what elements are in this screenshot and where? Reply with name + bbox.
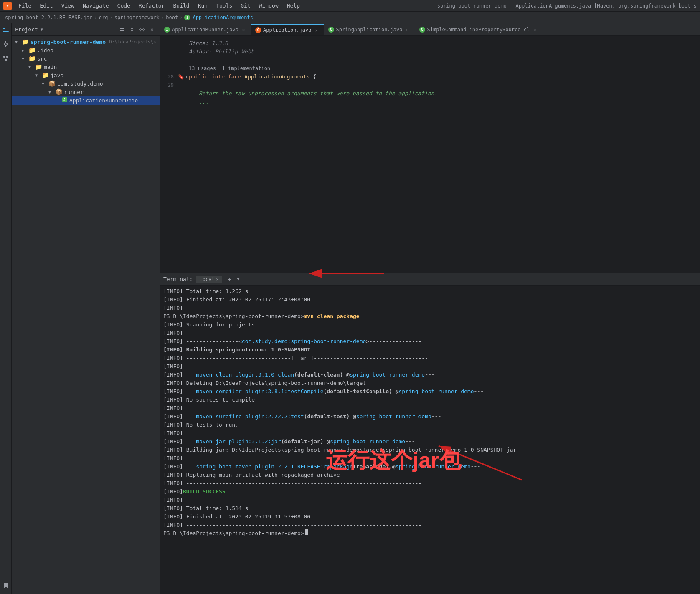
tab-icon-applicationrunner: I	[164, 27, 170, 33]
tree-java[interactable]: ▼ 📁 java	[12, 71, 160, 79]
tab-label-applicationrunner: ApplicationRunner.java	[172, 27, 238, 33]
code-line-since: Since: 1.3.0	[160, 39, 700, 48]
terminal-line: [INFO] No tests to run.	[163, 421, 697, 429]
interface-icon: I	[184, 15, 190, 20]
tab-applicationrunner[interactable]: I ApplicationRunner.java ✕	[160, 24, 251, 35]
tab-icon-springapplication: C	[328, 27, 334, 33]
svg-rect-6	[3, 56, 5, 58]
code-line-comment: Return the raw unprocessed arguments tha…	[160, 89, 700, 98]
svg-rect-0	[3, 28, 5, 29]
terminal-line: [INFO] ---------------------------------…	[163, 521, 697, 529]
svg-point-3	[5, 43, 7, 45]
breadcrumb-jar[interactable]: spring-boot-2.2.1.RELEASE.jar	[5, 15, 93, 20]
breadcrumb-org[interactable]: org	[99, 15, 108, 20]
project-collapse-btn[interactable]	[118, 25, 126, 34]
terminal-prompt: PS D:\IdeaProjects\spring-boot-runner-de…	[163, 529, 697, 538]
tab-springapplication[interactable]: C SpringApplication.java ✕	[324, 24, 415, 35]
tree-file-applicationrunnerdemo[interactable]: J ApplicationRunnerDemo	[12, 96, 160, 105]
svg-rect-7	[6, 56, 8, 58]
tree-package[interactable]: ▼ 📦 com.study.demo	[12, 79, 160, 88]
menu-build[interactable]: Build	[170, 2, 193, 10]
tree-src[interactable]: ▼ 📁 src	[12, 54, 160, 63]
terminal-line: [INFO] ---------------------------------…	[163, 479, 697, 488]
terminal-line: [INFO] Finished at: 2023-02-25T19:31:57+…	[163, 513, 697, 521]
terminal-line-build-success: [INFO] BUILD SUCCESS	[163, 488, 697, 496]
menu-view[interactable]: View	[58, 2, 78, 10]
breadcrumb-boot[interactable]: boot	[166, 15, 178, 20]
terminal-line: [INFO] ---------------------------------…	[163, 304, 697, 312]
terminal-line: [INFO] Finished at: 2023-02-25T17:12:43+…	[163, 296, 697, 304]
terminal-line-cmd: PS D:\IdeaProjects\spring-boot-runner-de…	[163, 312, 697, 321]
tree-main[interactable]: ▼ 📁 main	[12, 63, 160, 71]
project-settings-btn[interactable]	[138, 25, 146, 34]
menu-edit[interactable]: Edit	[36, 2, 56, 10]
terminal-line: [INFO] Scanning for projects...	[163, 321, 697, 329]
menu-file[interactable]: File	[15, 2, 35, 10]
tab-application[interactable]: C Application.java ✕	[251, 24, 324, 35]
terminal-line: [INFO] --------------------------------[…	[163, 354, 697, 362]
app-logo: ✦	[3, 2, 12, 10]
menu-code[interactable]: Code	[114, 2, 134, 10]
project-dropdown-icon[interactable]: ▼	[41, 27, 43, 32]
svg-text:J: J	[63, 98, 66, 102]
menu-window[interactable]: Window	[256, 2, 282, 10]
svg-point-9	[141, 29, 143, 30]
menu-git[interactable]: Git	[237, 2, 254, 10]
editor-content: Since: 1.3.0 Author: Phillip Webb	[160, 36, 700, 273]
tab-simplecommandline[interactable]: C SimpleCommandLinePropertySource.cl ✕	[415, 24, 543, 35]
tree-idea[interactable]: ▶ 📁 .idea	[12, 46, 160, 54]
tab-close-springapplication[interactable]: ✕	[405, 27, 411, 33]
sidebar-icon-bookmarks[interactable]	[1, 581, 11, 591]
project-actions: ✕	[118, 25, 156, 34]
terminal-line-repackage: [INFO] --- spring-boot-maven-plugin:2.2.…	[163, 463, 697, 471]
tree-runner[interactable]: ▼ 📦 runner	[12, 88, 160, 96]
sidebar-icons	[0, 23, 12, 594]
terminal-tab-local[interactable]: Local ✕	[196, 276, 222, 283]
terminal-area: Terminal: Local ✕ + ▼ [INFO] Total time:…	[160, 273, 700, 594]
terminal-line: [INFO] Building jar: D:\IdeaProjects\spr…	[163, 446, 697, 454]
code-line-blank1	[160, 56, 700, 64]
terminal-line: [INFO] ---------------------------------…	[163, 496, 697, 504]
breadcrumb-springframework[interactable]: springframework	[114, 15, 160, 20]
terminal-title: Terminal:	[163, 276, 193, 282]
code-line-28: 28 🔖 ↓ public interface ApplicationArgum…	[160, 73, 700, 81]
terminal-header: Terminal: Local ✕ + ▼	[160, 273, 700, 286]
terminal-tab-label: Local	[199, 276, 214, 282]
menu-navigate[interactable]: Navigate	[79, 2, 112, 10]
terminal-line: [INFO]	[163, 454, 697, 463]
main-layout: Project ▼ ✕ ▼ 📁 spring-boot-runner-d	[0, 23, 700, 594]
project-expand-btn[interactable]	[128, 25, 136, 34]
tree-root[interactable]: ▼ 📁 spring-boot-runner-demo D:\IdeaProje…	[12, 38, 160, 46]
terminal-line: [INFO] --- maven-clean-plugin:3.1.0:clea…	[163, 371, 697, 379]
terminal-tab-close[interactable]: ✕	[216, 277, 219, 281]
sidebar-icon-commit[interactable]	[1, 39, 11, 49]
menu-run[interactable]: Run	[195, 2, 211, 10]
menu-refactor[interactable]: Refactor	[135, 2, 168, 10]
project-close-btn[interactable]: ✕	[148, 25, 156, 34]
menu-help[interactable]: Help	[284, 2, 303, 10]
project-title: Project	[15, 26, 38, 33]
tab-close-simplecommandline[interactable]: ✕	[532, 27, 538, 33]
terminal-line: [INFO] Building springbootrunner 1.0-SNA…	[163, 346, 697, 354]
terminal-line: [INFO] ----------------< com.study.demo:…	[163, 337, 697, 346]
tab-close-applicationrunner[interactable]: ✕	[241, 27, 246, 33]
terminal-add-btn[interactable]: +	[226, 275, 234, 283]
terminal-output[interactable]: [INFO] Total time: 1.262 s [INFO] Finish…	[160, 286, 700, 594]
sidebar-icon-structure[interactable]	[1, 53, 11, 63]
terminal-line: [INFO]	[163, 329, 697, 337]
tab-label-simplecommandline: SimpleCommandLinePropertySource.cl	[427, 27, 530, 33]
sidebar-icon-project[interactable]	[1, 25, 11, 35]
breadcrumb-class[interactable]: ApplicationArguments	[193, 15, 253, 20]
editor-and-terminal: I ApplicationRunner.java ✕ C Application…	[160, 23, 700, 594]
svg-rect-1	[3, 30, 9, 30]
tab-close-application[interactable]: ✕	[314, 27, 320, 33]
svg-rect-8	[5, 59, 7, 61]
project-tree: ▼ 📁 spring-boot-runner-demo D:\IdeaProje…	[12, 36, 160, 594]
code-line-29: 29	[160, 81, 700, 89]
menu-tools[interactable]: Tools	[213, 2, 236, 10]
terminal-dropdown-btn[interactable]: ▼	[237, 277, 240, 281]
terminal-line: [INFO] --- maven-surefire-plugin:2.22.2:…	[163, 412, 697, 421]
terminal-line: [INFO] --- maven-compiler-plugin:3.8.1:t…	[163, 387, 697, 396]
tab-icon-simplecommandline: C	[419, 27, 425, 33]
code-line-author: Author: Phillip Webb	[160, 48, 700, 56]
